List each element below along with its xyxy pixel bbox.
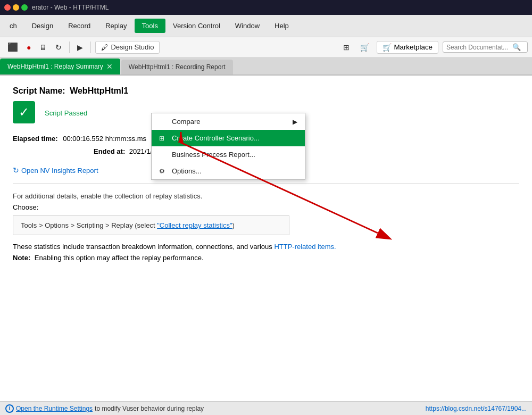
script-name-value: WebHttpHtml1 [70,86,128,95]
cart-icon: 🛒 [360,43,369,52]
toolbar: ⬛ ● 🖥 ↻ ▶ 🖊 Design Studio ⊞ 🛒 🛒 Marketpl… [0,37,532,57]
refresh-icon: ↻ [55,43,62,52]
menu-bar: ch Design Record Replay Tools Version Co… [0,15,532,37]
create-controller-icon: ⊞ [159,135,168,142]
menu-tools[interactable]: Tools [135,19,165,33]
menu-options[interactable]: ⚙ Options... [152,163,305,179]
compare-submenu-arrow: ▶ [293,118,297,126]
toolbar-sep-1 [69,42,70,53]
path-box: Tools > Options > Scripting > Replay (se… [13,215,289,235]
stats-text: These statistics include transaction bre… [13,243,519,251]
menu-ch[interactable]: ch [2,19,24,33]
nv-insights-link[interactable]: ↻ Open NV Insights Report [13,166,98,175]
note-label: Note: [13,254,30,262]
divider [13,183,519,184]
toolbar-icon-3[interactable]: 🖥 [36,42,50,53]
stats-text-plain: These statistics include transaction bre… [13,243,274,251]
collect-stats-link[interactable]: "Collect replay statistics" [157,221,232,229]
tab-recording-report[interactable]: WebHttpHtml1 : Recording Report [121,60,233,74]
tab-replay-summary[interactable]: WebHttpHtml1 : Replay Summary ✕ [0,59,120,74]
close-dot[interactable] [4,4,11,11]
menu-record[interactable]: Record [61,19,98,33]
business-process-label: Business Process Report... [172,151,255,159]
toolbar-icon-2[interactable]: ● [23,42,34,53]
menu-version-control[interactable]: Version Control [165,19,228,33]
main-content: Script Name: WebHttpHtml1 ✓ Script Passe… [0,76,532,401]
script-name-heading: Script Name: WebHttpHtml1 [13,86,519,96]
search-box[interactable]: 🔍 [443,42,528,53]
options-icon: ⚙ [159,168,168,175]
script-name-label: Script Name: [13,86,65,95]
tools-dropdown-menu: Compare ▶ ⊞ Create Controller Scenario..… [151,113,305,180]
path-text-end: ) [232,221,235,229]
maximize-dot[interactable] [21,4,28,11]
script-passed-text: Script Passed [45,109,87,117]
window-controls [4,4,28,11]
info-text: For additional details, enable the colle… [13,192,519,200]
search-icon: 🔍 [512,43,521,51]
nv-insights-label: Open NV Insights Report [21,167,98,175]
menu-business-process[interactable]: Business Process Report... [152,146,305,163]
tab-recording-report-label: WebHttpHtml1 : Recording Report [129,63,226,71]
path-text: Tools > Options > Scripting > Replay (se… [21,221,157,229]
toolbar-sep-2 [90,42,91,53]
info-icon: i [5,404,14,413]
menu-design[interactable]: Design [24,19,61,33]
runtime-settings-link[interactable]: Open the Runtime Settings [16,405,93,412]
search-input[interactable] [446,44,510,51]
create-controller-label: Create Controller Scenario... [172,134,260,142]
menu-replay[interactable]: Replay [98,19,134,33]
toolbar-icon-4[interactable]: ↻ [52,42,65,53]
http-link[interactable]: HTTP-related items. [274,243,336,251]
elapsed-value: 00:00:16.552 hh:mm:ss.ms [63,135,146,143]
menu-compare[interactable]: Compare ▶ [152,113,305,130]
tab-replay-summary-label: WebHttpHtml1 : Replay Summary [7,63,103,70]
script-passed-icon: ✓ [13,101,35,123]
tab-bar: WebHttpHtml1 : Replay Summary ✕ WebHttpH… [0,57,532,76]
title-text: erator - Web - HTTP/HTML [32,4,109,11]
record-icon: ● [27,43,31,52]
grid-icon: ⊞ [343,43,350,52]
marketplace-button[interactable]: 🛒 Marketplace [377,41,438,54]
menu-create-controller[interactable]: ⊞ Create Controller Scenario... [152,130,305,146]
design-icon: 🖊 [101,43,109,52]
toolbar-icon-1[interactable]: ⬛ [4,40,21,54]
title-bar: erator - Web - HTTP/HTML [0,0,532,15]
options-label: Options... [172,167,202,175]
toolbar-icon-cart[interactable]: 🛒 [357,42,372,53]
marketplace-cart-icon: 🛒 [383,43,392,52]
status-text: to modify Vuser behavior during replay [95,405,204,412]
menu-window[interactable]: Window [228,19,267,33]
stop-icon: ⬛ [7,42,18,52]
nv-insights-icon: ↻ [13,166,19,175]
compare-label: Compare [172,118,200,126]
monitor-icon: 🖥 [39,43,47,52]
choose-label: Choose: [13,203,519,211]
tab-replay-close[interactable]: ✕ [106,62,113,71]
design-studio-label: Design Studio [111,43,154,51]
menu-help[interactable]: Help [267,19,296,33]
toolbar-play[interactable]: ▶ [74,42,86,53]
toolbar-icon-grid[interactable]: ⊞ [340,42,353,53]
ended-label: Ended at: [94,147,125,155]
note-content: Enabling this option may affect the repl… [35,254,204,262]
elapsed-label: Elapsed time: [13,135,58,143]
note-text: Note: Enabling this option may affect th… [13,254,519,262]
play-icon: ▶ [77,43,83,52]
status-bar-url: https://blog.csdn.net/s14767/1904... [426,405,527,412]
marketplace-label: Marketplace [394,43,433,51]
design-studio-button[interactable]: 🖊 Design Studio [95,41,160,54]
status-bar: i Open the Runtime Settings to modify Vu… [0,401,532,415]
minimize-dot[interactable] [13,4,19,11]
